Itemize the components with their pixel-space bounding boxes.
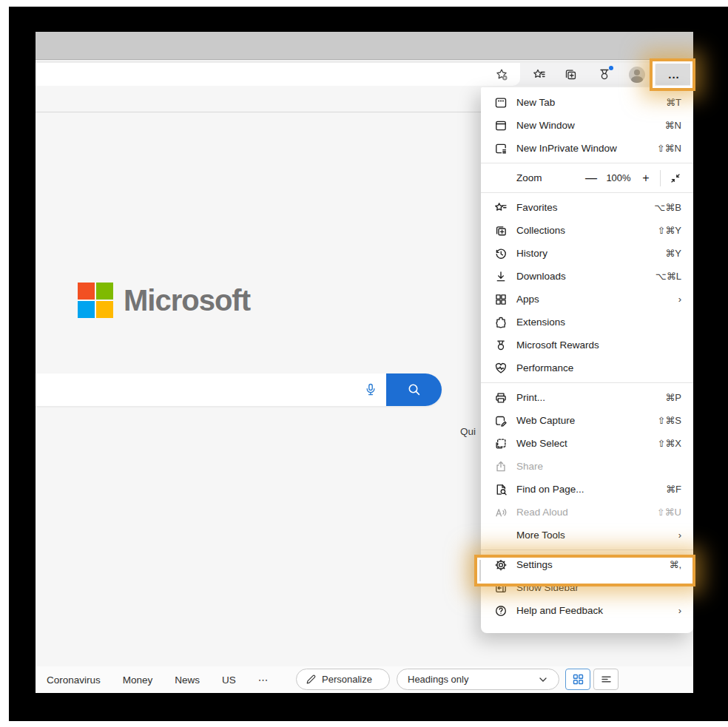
menu-item-shortcut: ⌘N (665, 120, 681, 131)
menu-item-label: Favorites (516, 202, 654, 213)
share-icon (494, 460, 508, 473)
menu-item-show-sidebar[interactable]: Show Sidebar (481, 576, 693, 599)
pencil-icon (306, 674, 317, 685)
search-input[interactable] (36, 373, 442, 406)
read-aloud-icon (494, 506, 508, 519)
news-feed-bar: CoronavirusMoneyNewsUS⋯ Personalize Head… (36, 666, 693, 693)
menu-item-label: New InPrivate Window (516, 143, 657, 154)
menu-separator (481, 163, 693, 163)
menu-separator (481, 550, 693, 550)
extensions-icon (494, 316, 508, 329)
menu-item-label: Help and Feedback (516, 605, 678, 616)
menu-item-extensions[interactable]: Extensions (481, 311, 693, 334)
menu-separator (481, 192, 693, 193)
screenshot-stage: ... Microsoft Qui (0, 0, 728, 727)
menu-item-find-on-page[interactable]: Find on Page...⌘F (481, 478, 693, 501)
favorites-toolbar-icon[interactable] (527, 63, 552, 86)
menu-item-downloads[interactable]: Downloads⌥⌘L (481, 265, 693, 288)
menu-item-favorites[interactable]: Favorites⌥⌘B (481, 196, 693, 219)
menu-item-label: Apps (516, 294, 678, 305)
collections-toolbar-icon[interactable] (558, 63, 583, 86)
menu-separator (481, 382, 693, 383)
menu-item-label: Downloads (516, 271, 655, 282)
menu-item-shortcut: ⌘, (669, 559, 681, 570)
menu-item-new-tab[interactable]: New Tab⌘T (481, 91, 693, 114)
browser-toolbar: ... (36, 63, 693, 86)
browser-more-menu: New Tab⌘TNew Window⌘NNew InPrivate Windo… (481, 87, 693, 633)
menu-item-shortcut: ⌘Y (665, 248, 681, 259)
news-tab-news[interactable]: News (164, 674, 211, 686)
menu-item-collections[interactable]: Collections⇧⌘Y (481, 219, 693, 242)
menu-item-shortcut: ⇧⌘N (657, 143, 681, 154)
menu-item-read-aloud: Read Aloud⇧⌘U (481, 501, 693, 524)
help-icon (494, 604, 508, 618)
print-icon (494, 391, 508, 405)
menu-item-new-inprivate-window[interactable]: New InPrivate Window⇧⌘N (481, 137, 693, 160)
menu-item-web-select[interactable]: Web Select⇧⌘X (481, 432, 693, 455)
menu-item-label: More Tools (516, 530, 678, 541)
more-menu-button[interactable]: ... (655, 64, 692, 85)
profile-avatar[interactable] (624, 63, 650, 86)
news-tab-us[interactable]: US (211, 674, 247, 686)
apps-icon (494, 293, 508, 306)
news-tab-more[interactable]: ⋯ (247, 674, 280, 686)
menu-item-label: Print... (516, 392, 665, 403)
layout-dropdown[interactable]: Headings only (397, 669, 559, 690)
rewards-icon (494, 339, 508, 352)
menu-item-shortcut: ⇧⌘X (657, 438, 681, 449)
menu-item-label: Collections (516, 225, 657, 236)
chevron-right-icon: › (678, 530, 681, 541)
rewards-toolbar-icon[interactable] (592, 63, 617, 86)
news-tab-coronavirus[interactable]: Coronavirus (36, 674, 112, 686)
microsoft-logo[interactable]: Microsoft (78, 283, 250, 318)
window-titlebar (36, 32, 693, 60)
voice-search-button[interactable] (356, 373, 385, 406)
menu-item-label: Find on Page... (516, 484, 666, 495)
favorites-icon (494, 201, 508, 214)
menu-item-print[interactable]: Print...⌘P (481, 386, 693, 409)
menu-item-more-tools[interactable]: More Tools› (481, 524, 693, 547)
menu-item-performance[interactable]: Performance (481, 356, 693, 379)
menu-item-label: New Tab (516, 97, 666, 108)
zoom-in-button[interactable]: + (636, 172, 655, 185)
add-favorite-icon[interactable] (489, 63, 514, 86)
menu-item-settings[interactable]: Settings⌘, (481, 553, 693, 576)
menu-item-shortcut: ⌘F (666, 484, 681, 495)
downloads-icon (494, 270, 508, 283)
search-button[interactable] (386, 373, 442, 406)
menu-item-label: Performance (516, 362, 681, 373)
browser-window: ... Microsoft Qui (36, 32, 693, 693)
menu-item-shortcut: ⇧⌘U (657, 507, 681, 518)
avatar-icon (629, 67, 645, 83)
menu-item-label: Web Capture (516, 415, 657, 426)
news-tab-money[interactable]: Money (112, 674, 164, 686)
menu-item-label: New Window (516, 120, 665, 131)
microphone-icon (363, 382, 378, 397)
menu-item-new-window[interactable]: New Window⌘N (481, 114, 693, 137)
menu-item-help-and-feedback[interactable]: Help and Feedback› (481, 599, 693, 622)
menu-item-label: Share (516, 461, 681, 472)
menu-item-share: Share (481, 455, 693, 478)
headings-view-button[interactable] (593, 669, 619, 690)
menu-item-web-capture[interactable]: Web Capture⇧⌘S (481, 409, 693, 432)
menu-item-shortcut: ⌥⌘L (655, 271, 681, 282)
address-bar[interactable] (36, 63, 520, 86)
personalize-button[interactable]: Personalize (296, 669, 390, 690)
new-tab-icon (494, 96, 508, 109)
show-sidebar-icon (494, 581, 508, 595)
zoom-out-button[interactable]: — (582, 172, 601, 185)
menu-item-label: History (516, 248, 665, 259)
menu-item-microsoft-rewards[interactable]: Microsoft Rewards (481, 334, 693, 356)
inprivate-window-icon (494, 142, 508, 155)
chevron-down-icon (538, 674, 548, 685)
zoom-level-value: 100% (601, 172, 636, 183)
web-select-icon (494, 437, 508, 450)
menu-item-apps[interactable]: Apps› (481, 288, 693, 311)
grid-view-button[interactable] (565, 669, 590, 690)
enter-fullscreen-icon[interactable] (665, 172, 686, 184)
menu-item-label: Microsoft Rewards (516, 339, 681, 351)
chevron-right-icon: › (678, 605, 681, 616)
zoom-label: Zoom (516, 172, 582, 183)
menu-item-history[interactable]: History⌘Y (481, 242, 693, 265)
microsoft-logo-squares (78, 283, 113, 318)
